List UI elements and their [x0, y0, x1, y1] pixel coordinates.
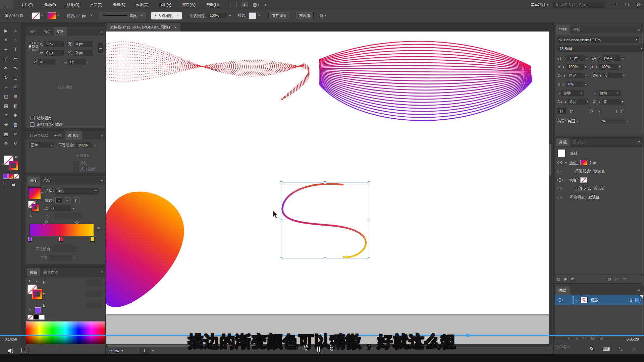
- appearance-item-row[interactable]: 路径: [557, 149, 578, 157]
- panel-menu-icon[interactable]: ≡: [101, 133, 103, 137]
- subscript-button[interactable]: T₁: [597, 109, 600, 114]
- clear-appearance-icon[interactable]: ⊘: [608, 277, 611, 282]
- eyedropper-tool-icon[interactable]: ⌖: [2, 111, 10, 119]
- appearance-stroke-swatch[interactable]: [580, 160, 587, 165]
- layer-row[interactable]: ▾ 图层 1 ◎: [555, 295, 643, 305]
- appearance-fill-swatch[interactable]: [580, 177, 587, 183]
- panel-menu-icon[interactable]: ≡: [101, 178, 103, 182]
- paintbrush-tool-icon[interactable]: ✑: [2, 64, 10, 72]
- panel-menu-icon[interactable]: ≡: [101, 270, 103, 274]
- appearance-fill-label[interactable]: 填色:: [569, 178, 578, 183]
- menu-window[interactable]: 窗口(W): [177, 2, 201, 7]
- adobe-stock-icon[interactable]: St: [241, 2, 248, 7]
- selection-handle[interactable]: [280, 182, 282, 184]
- minimize-button[interactable]: ─: [610, 2, 621, 7]
- tab-pathfinder[interactable]: 路径查找器: [27, 131, 51, 140]
- gradient-thumb-chevron[interactable]: ▾: [41, 191, 43, 194]
- transparency-opacity-label[interactable]: 不透明度:: [58, 143, 74, 148]
- layer-target-icon[interactable]: ◎: [630, 298, 633, 302]
- visibility-eye-icon[interactable]: [557, 170, 562, 173]
- selection-tool-icon[interactable]: ▶: [2, 27, 10, 34]
- rewind-10-button[interactable]: ↺10: [304, 345, 308, 352]
- gradient-slider[interactable]: [30, 224, 94, 236]
- gradient-stop-yellow[interactable]: [91, 237, 94, 241]
- preferences-button[interactable]: 首选项: [295, 12, 314, 19]
- selection-handle[interactable]: [324, 258, 326, 260]
- gradient-stop-red[interactable]: [59, 237, 63, 241]
- tab-character[interactable]: 字符: [556, 25, 570, 34]
- leading-field[interactable]: (14.4 ): [602, 55, 621, 61]
- opacity-link[interactable]: 不透明度:: [575, 186, 591, 191]
- gradient-thumbnail[interactable]: [28, 187, 41, 199]
- hand-tool-icon[interactable]: ✥: [2, 139, 10, 147]
- tab-color-guide[interactable]: 颜色参考: [40, 268, 61, 277]
- menu-view[interactable]: 视图(V): [154, 2, 177, 7]
- width-field[interactable]: 0 px: [74, 41, 93, 47]
- fill-swatch[interactable]: [32, 12, 40, 19]
- selection-handle[interactable]: [324, 182, 326, 184]
- selection-handle[interactable]: [280, 258, 282, 260]
- tab-layers[interactable]: 图层: [556, 286, 570, 295]
- reference-point-grid[interactable]: [29, 42, 38, 51]
- strikethrough-button[interactable]: Ŧ: [621, 109, 623, 114]
- kerning-stepper[interactable]: ▲▼: [564, 74, 565, 77]
- x-field[interactable]: 0 px: [44, 41, 64, 47]
- tab-paragraph[interactable]: 段落: [570, 25, 583, 34]
- draw-mode-icon[interactable]: ▯: [3, 182, 6, 186]
- width-tool-icon[interactable]: ↔: [2, 83, 10, 90]
- leading-stepper[interactable]: ▲▼: [598, 57, 600, 60]
- search-input[interactable]: [560, 3, 602, 7]
- appearance-fill-opacity-row[interactable]: 不透明度: 默认值: [557, 186, 605, 191]
- subtitles-toggle-icon[interactable]: [21, 348, 28, 353]
- font-family-select[interactable]: ⚲ Helvetica Neue LT Pro ▾: [557, 37, 639, 43]
- stroke-profile-select[interactable]: 等比: [99, 12, 146, 19]
- new-fill-icon[interactable]: ▣: [564, 277, 567, 281]
- layout-grid-icon[interactable]: ▦▾: [253, 2, 259, 7]
- expand-chevron[interactable]: ▾: [565, 179, 567, 182]
- stroke-weight-label[interactable]: 描边:: [67, 13, 75, 18]
- panel-menu-icon[interactable]: ≡: [101, 29, 103, 34]
- tab-stroke[interactable]: 描边: [40, 27, 54, 36]
- blend-mode-select[interactable]: 正常: [29, 142, 54, 148]
- volume-icon[interactable]: [8, 348, 14, 353]
- share-icon[interactable]: ➤: [264, 2, 267, 7]
- language-value[interactable]: 美国: [568, 119, 575, 124]
- document-setup-button[interactable]: 文档设置: [268, 12, 290, 19]
- small-caps-button[interactable]: Tr: [569, 109, 573, 114]
- tab-appearance[interactable]: 外观: [556, 138, 570, 146]
- arrange-documents-icon[interactable]: ⧉▾: [320, 13, 326, 18]
- swap-colors-icon[interactable]: ⤾: [36, 279, 38, 283]
- tab-transparency[interactable]: 透明度: [65, 131, 82, 140]
- visibility-eye-icon[interactable]: [557, 161, 562, 164]
- zoom-tool-icon[interactable]: ⚲: [11, 139, 20, 147]
- panel-menu-icon[interactable]: ≡: [638, 27, 640, 32]
- all-caps-button[interactable]: TT: [557, 108, 566, 114]
- expand-chevron[interactable]: ▾: [565, 161, 567, 164]
- screen-mode-icon[interactable]: ⬓: [11, 182, 15, 186]
- scale-tool-icon[interactable]: ◿: [11, 74, 20, 81]
- selection-handle[interactable]: [368, 220, 370, 222]
- tracking-stepper[interactable]: ▲▼: [600, 74, 601, 77]
- none-mode-button[interactable]: [14, 174, 19, 179]
- document-tab[interactable]: 未标题-1* @ 600% (RGB/GPU 预览) ×: [106, 23, 180, 32]
- blend-tool-icon[interactable]: ❖: [11, 111, 20, 119]
- vertical-scale-stepper[interactable]: ▲▼: [563, 66, 565, 68]
- tracking-field[interactable]: 0: [603, 73, 622, 78]
- graph-tool-icon[interactable]: ▥: [11, 121, 20, 128]
- forward-30-button[interactable]: ↻30: [329, 345, 334, 352]
- gradient-angle-field[interactable]: 0°: [50, 205, 71, 211]
- scale-corners-checkbox[interactable]: [30, 116, 35, 120]
- panel-menu-icon[interactable]: ≡: [638, 288, 640, 292]
- stroke-stepper[interactable]: ▲▼: [76, 14, 78, 17]
- swap-fill-stroke-icon[interactable]: ⇄: [15, 155, 17, 159]
- shape-builder-tool-icon[interactable]: ◫: [2, 93, 10, 100]
- proportional-spacing-field[interactable]: 0%: [566, 81, 584, 87]
- font-style-select[interactable]: 75 Bold ▾: [557, 45, 644, 52]
- color-mode-button[interactable]: [3, 174, 8, 179]
- canvas[interactable]: [106, 32, 552, 344]
- tab-graphic-styles[interactable]: 图形样式: [570, 138, 590, 146]
- appearance-stroke-opacity-row[interactable]: 不透明度: 默认值: [557, 169, 605, 174]
- layer-selection-indicator[interactable]: [635, 298, 639, 302]
- horizontal-scale-field[interactable]: 100%: [599, 64, 618, 70]
- menu-select[interactable]: 选择(S): [108, 2, 131, 7]
